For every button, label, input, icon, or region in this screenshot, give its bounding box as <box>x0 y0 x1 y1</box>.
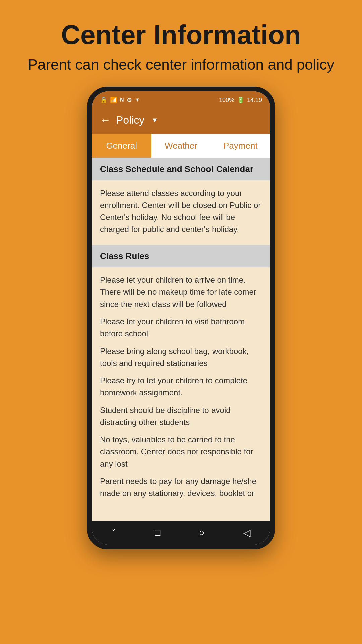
tabs-container: General Weather Payment <box>92 134 270 158</box>
nav-circle-button[interactable]: ○ <box>192 524 212 541</box>
tab-weather[interactable]: Weather <box>151 134 210 158</box>
section-header-rules: Class Rules <box>92 245 270 267</box>
rules-text-3: Please bring along school bag, workbook,… <box>100 345 262 369</box>
phone-screen: 🔒 📶 N ⚙ ☀ 100% 🔋 14:19 ← Policy ▼ Genera… <box>92 91 270 545</box>
tab-general[interactable]: General <box>92 134 151 158</box>
battery-text: 100% <box>219 97 234 104</box>
section-body-schedule: Please attend classes according to your … <box>92 180 270 242</box>
phone-frame: 🔒 📶 N ⚙ ☀ 100% 🔋 14:19 ← Policy ▼ Genera… <box>87 87 275 549</box>
wifi-icon: 📶 <box>110 96 117 104</box>
page-subtitle: Parent can check center information and … <box>28 56 335 73</box>
schedule-text-1: Please attend classes according to your … <box>100 187 262 235</box>
status-bar: 🔒 📶 N ⚙ ☀ 100% 🔋 14:19 <box>92 91 270 109</box>
header-title: Policy <box>116 114 144 126</box>
lock-icon: 🔒 <box>100 96 107 104</box>
section-rules: Class Rules Please let your children to … <box>92 245 270 506</box>
status-right: 100% 🔋 14:19 <box>219 96 262 104</box>
content-area[interactable]: Class Schedule and School Calendar Pleas… <box>92 158 270 521</box>
rules-text-6: No toys, valuables to be carried to the … <box>100 434 262 470</box>
nav-back-button[interactable]: ˅ <box>105 524 123 542</box>
section-schedule: Class Schedule and School Calendar Pleas… <box>92 158 270 242</box>
section-body-rules: Please let your children to arrive on ti… <box>92 267 270 506</box>
section-title-rules: Class Rules <box>100 251 262 261</box>
rules-text-4: Please try to let your children to compl… <box>100 375 262 399</box>
back-button[interactable]: ← <box>100 114 111 126</box>
brightness-icon: ☀ <box>135 96 140 104</box>
rules-text-5: Student should be discipline to avoid di… <box>100 404 262 428</box>
settings-icon: ⚙ <box>127 96 132 104</box>
section-header-schedule: Class Schedule and School Calendar <box>92 158 270 180</box>
tab-payment[interactable]: Payment <box>211 134 270 158</box>
nfc-icon: N <box>120 97 124 103</box>
nav-home-button[interactable]: □ <box>148 524 167 541</box>
bottom-nav: ˅ □ ○ ◁ <box>92 521 270 545</box>
dropdown-arrow-icon[interactable]: ▼ <box>151 116 158 124</box>
section-title-schedule: Class Schedule and School Calendar <box>100 164 262 174</box>
status-icons-left: 🔒 📶 N ⚙ ☀ <box>100 96 140 104</box>
app-header: ← Policy ▼ <box>92 109 270 134</box>
battery-icon: 🔋 <box>237 96 244 104</box>
page-title: Center Information <box>28 20 335 50</box>
page-header: Center Information Parent can check cent… <box>8 20 355 73</box>
time-text: 14:19 <box>247 97 262 104</box>
rules-text-1: Please let your children to arrive on ti… <box>100 274 262 310</box>
rules-text-7: Parent needs to pay for any damage he/sh… <box>100 475 262 499</box>
rules-text-2: Please let your children to visit bathro… <box>100 316 262 340</box>
nav-prev-button[interactable]: ◁ <box>237 524 257 542</box>
